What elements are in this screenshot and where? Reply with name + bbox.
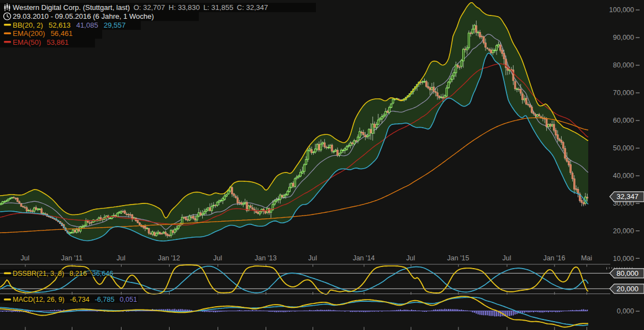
svg-text:EMA(200) 56,461: EMA(200) 56,461 — [13, 29, 72, 38]
svg-text:29.03.2010 - 09.05.2016 (6 Jah: 29.03.2010 - 09.05.2016 (6 Jahre, 1 Woch… — [13, 12, 154, 20]
svg-text:Jul: Jul — [503, 254, 511, 262]
svg-text:MACD(12, 26, 9) -6,734 -6,78: MACD(12, 26, 9) -6,734 -6,785 0,051 — [13, 296, 137, 303]
svg-text:DSSBR(21, 3, 8) 8,216 36,646: DSSBR(21, 3, 8) 8,216 36,646 — [13, 270, 113, 277]
svg-text:Western Digital Corp. (Stuttga: Western Digital Corp. (Stuttgart, last) … — [13, 3, 268, 12]
svg-text:Jul: Jul — [117, 254, 125, 262]
svg-text:80,000: 80,000 — [616, 269, 638, 277]
svg-text:0,000: 0,000 — [617, 307, 634, 315]
svg-text:70,000: 70,000 — [613, 89, 634, 97]
svg-text:10,000: 10,000 — [613, 255, 634, 263]
svg-text:Jul: Jul — [308, 254, 317, 262]
svg-text:Mai: Mai — [581, 254, 592, 262]
svg-text:50,000: 50,000 — [613, 144, 634, 152]
svg-text:90,000: 90,000 — [613, 34, 634, 41]
svg-text:20,000: 20,000 — [616, 285, 638, 293]
svg-text:40,000: 40,000 — [613, 172, 634, 180]
svg-text:20,000: 20,000 — [613, 227, 634, 235]
svg-text:Jan '15: Jan '15 — [447, 254, 469, 262]
svg-text:Jul: Jul — [20, 254, 29, 262]
svg-text:Jan '12: Jan '12 — [158, 254, 180, 262]
svg-text:Jan '13: Jan '13 — [255, 254, 277, 262]
svg-text:100,000: 100,000 — [609, 6, 634, 14]
svg-text:BB(20, 2) 52,613 41,085 29,: BB(20, 2) 52,613 41,085 29,557 — [13, 21, 126, 29]
svg-text:Jan '14: Jan '14 — [353, 254, 375, 262]
svg-text:Jul: Jul — [407, 254, 415, 262]
svg-text:60,000: 60,000 — [613, 117, 634, 124]
svg-text:EMA(50) 53,861: EMA(50) 53,861 — [13, 38, 68, 46]
svg-text:80,000: 80,000 — [613, 61, 634, 69]
svg-text:Jan '11: Jan '11 — [61, 254, 83, 262]
svg-text:Jul: Jul — [213, 254, 222, 262]
svg-text:32,347: 32,347 — [616, 192, 638, 201]
svg-text:Jan '16: Jan '16 — [543, 254, 566, 262]
